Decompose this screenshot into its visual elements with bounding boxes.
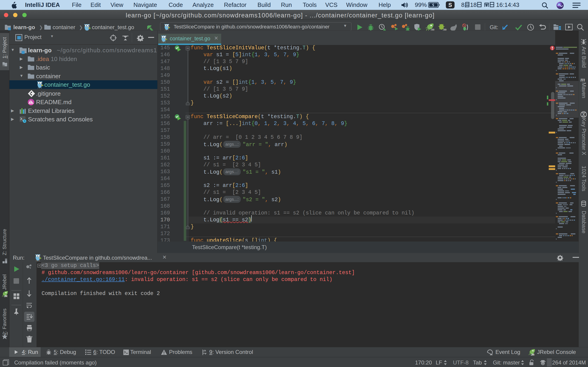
svg-text:S: S — [448, 2, 452, 8]
svg-text:JR: JR — [531, 353, 535, 356]
svg-text:X: X — [582, 112, 585, 117]
svg-text:m: m — [580, 77, 585, 82]
svg-text:JR: JR — [4, 295, 7, 298]
